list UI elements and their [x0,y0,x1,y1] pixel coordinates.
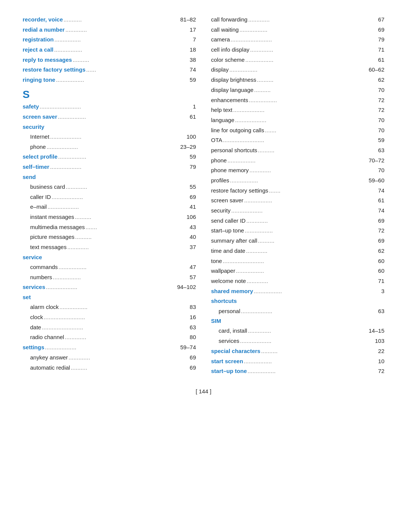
entry-page: 63 [369,307,384,315]
entry-page: 79 [181,162,196,171]
entry-dots: ................ [54,36,181,44]
entry-term: display................. [211,65,369,74]
entry-dots: ............. [65,26,181,34]
entry-word: settings [23,343,44,352]
entry-word: registration [23,35,54,44]
entry-page: 59–60 [369,176,384,185]
entry-word: call waiting [211,25,239,34]
entry-term: language................... [211,116,369,125]
list-item: display.................60–62 [211,65,384,74]
entry-page: 69 [181,193,196,201]
entry-word: profiles [211,176,229,185]
list-item: cell info display..............71 [211,45,384,54]
entry-dots: .......... [260,347,369,356]
entry-page: 74 [369,206,384,215]
list-item: send caller ID.............69 [211,216,384,225]
entry-word: anykey answer [30,353,68,362]
entry-word: phone [30,142,46,151]
entry-word: date [30,323,41,332]
entry-term: automatic redial.......... [30,363,181,372]
entry-dots: ................. [55,76,181,84]
entry-word: phone memory [211,166,249,174]
entry-word: e–mail [30,202,47,211]
entry-dots: ................... [44,344,181,352]
list-item: display brightness..........62 [211,75,384,84]
entry-word: reject a call [23,45,54,54]
entry-word: wallpaper [211,266,235,275]
list-item: business card.............55 [23,182,196,191]
entry-word: screen saver [23,112,57,121]
entry-term: phone memory............. [211,166,369,175]
entry-term: OTA......................... [211,136,369,145]
entry-page: 72 [369,96,384,104]
entry-word: display language [211,86,254,94]
entry-page: 22 [369,347,384,355]
list-item: text messages.............37 [23,243,196,252]
entry-dots: ......................... [222,257,369,266]
list-item: reply to messages..........38 [23,55,196,64]
entry-dots: .......... [254,86,369,95]
entry-dots: ................. [253,287,369,296]
list-item: automatic redial..........69 [23,363,196,372]
entry-page: 69 [369,236,384,245]
entry-term: start–up tone................. [211,367,369,376]
list-item: numbers.................57 [23,273,196,282]
list-item: e–mail...................41 [23,202,196,211]
entry-page: 63 [369,146,384,154]
entry-dots: ........... [63,16,181,24]
entry-word: service [23,253,42,261]
entry-page: 37 [181,243,196,251]
entry-dots: ......................... [230,36,369,44]
list-item: reject a call.................18 [23,45,196,54]
entry-word: radio channel [30,333,64,341]
entry-word: card, install [219,326,247,335]
entry-word: restore factory settings [23,65,86,74]
entry-word: send caller ID [211,216,246,225]
list-item: settings...................59–74 [23,343,196,352]
list-item: color scheme.................61 [211,55,384,64]
entry-term: text messages............. [30,243,181,252]
entry-page: 16 [181,313,196,321]
entry-word: alarm clock [30,303,59,311]
entry-dots: ................. [52,274,181,282]
list-item: send [23,173,196,181]
entry-term: select profile................. [23,152,181,161]
entry-word: enhancements [211,96,248,104]
entry-term: security [23,122,196,131]
list-item: restore factory settings......74 [23,65,196,74]
entry-word: safety [23,102,39,111]
entry-page: 61 [369,55,384,64]
entry-page: 47 [181,263,196,271]
entry-page: 63 [181,323,196,332]
entry-term: call forwarding............. [211,15,369,24]
list-item: instant messages..........106 [23,212,196,222]
entry-word: start–up tone [211,367,247,375]
entry-term: restore factory settings....... [211,186,369,195]
entry-term: start–up tone................. [211,226,369,235]
entry-word: cell info display [211,45,249,54]
entry-term: business card............. [30,182,181,191]
entry-dots: .......... [256,76,369,84]
entry-page: 79 [369,35,384,44]
entry-term: reject a call................. [23,45,181,54]
entry-term: start screen................. [211,357,369,366]
entry-dots: ................. [54,46,181,54]
list-item: line for outgoing calls.......70 [211,126,384,135]
list-item: enhancements.................72 [211,96,384,105]
entry-page: 59 [181,75,196,84]
entry-term: numbers................. [30,273,181,282]
entry-page: 61 [181,112,196,121]
list-item: shortcuts [211,297,384,305]
entry-term: shortcuts [211,297,384,305]
list-item: wallpaper.................60 [211,266,384,275]
entry-word: OTA [211,136,222,144]
entry-dots: ................. [243,358,369,366]
r-section-entries: recorder, voice...........81–82redial a … [23,15,196,84]
entry-dots: ................... [51,193,181,202]
entry-page: 18 [181,45,196,54]
entry-term: enhancements................. [211,96,369,105]
entry-term: card, install.............. [219,326,369,335]
entry-term: camera......................... [211,35,369,44]
entry-word: automatic redial [30,363,70,372]
entry-term: summary after call.......... [211,236,369,245]
